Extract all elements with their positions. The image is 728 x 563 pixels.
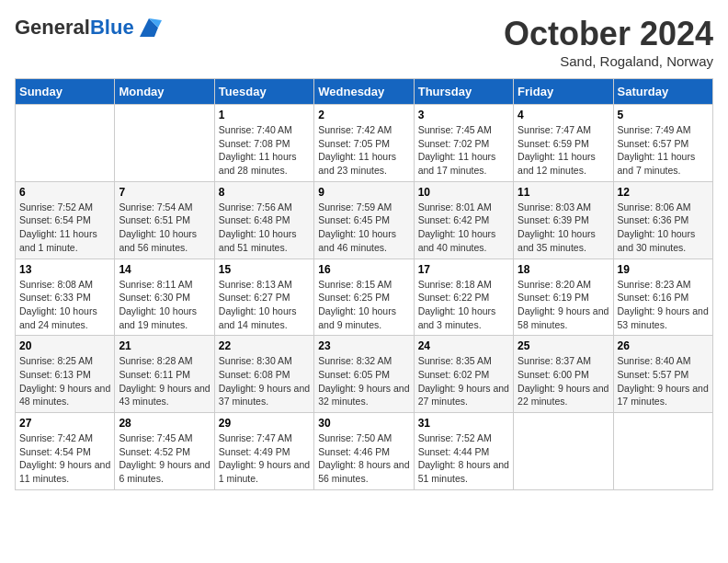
weekday-header-tuesday: Tuesday xyxy=(214,79,313,105)
day-cell: 6Sunrise: 7:52 AMSunset: 6:54 PMDaylight… xyxy=(16,181,115,259)
weekday-header-monday: Monday xyxy=(115,79,214,105)
day-number: 23 xyxy=(318,339,409,352)
weekday-header-sunday: Sunday xyxy=(16,79,115,105)
day-number: 26 xyxy=(618,339,709,352)
day-cell: 31Sunrise: 7:52 AMSunset: 4:44 PMDayligh… xyxy=(414,413,513,490)
day-cell: 10Sunrise: 8:01 AMSunset: 6:42 PMDayligh… xyxy=(414,181,513,259)
day-cell: 12Sunrise: 8:06 AMSunset: 6:36 PMDayligh… xyxy=(613,181,712,259)
day-cell: 24Sunrise: 8:35 AMSunset: 6:02 PMDayligh… xyxy=(414,336,513,413)
day-number: 12 xyxy=(618,186,709,199)
day-number: 24 xyxy=(418,339,509,352)
day-cell: 17Sunrise: 8:18 AMSunset: 6:22 PMDayligh… xyxy=(414,259,513,336)
day-info: Sunrise: 8:06 AMSunset: 6:36 PMDaylight:… xyxy=(618,201,709,255)
day-cell: 4Sunrise: 7:47 AMSunset: 6:59 PMDaylight… xyxy=(514,105,613,182)
title-block: October 2024 Sand, Rogaland, Norway xyxy=(504,15,713,69)
day-number: 31 xyxy=(418,417,509,430)
day-number: 3 xyxy=(418,109,509,121)
day-cell: 27Sunrise: 7:42 AMSunset: 4:54 PMDayligh… xyxy=(16,413,115,490)
day-info: Sunrise: 7:40 AMSunset: 7:08 PMDaylight:… xyxy=(219,123,310,178)
day-number: 22 xyxy=(219,339,310,352)
day-info: Sunrise: 7:45 AMSunset: 7:02 PMDaylight:… xyxy=(418,123,509,178)
day-number: 10 xyxy=(418,186,509,199)
day-number: 2 xyxy=(318,109,409,121)
day-info: Sunrise: 8:13 AMSunset: 6:27 PMDaylight:… xyxy=(219,278,310,332)
day-info: Sunrise: 7:59 AMSunset: 6:45 PMDaylight:… xyxy=(318,201,409,255)
day-info: Sunrise: 8:40 AMSunset: 5:57 PMDaylight:… xyxy=(618,354,709,408)
day-cell xyxy=(514,413,613,490)
day-cell: 18Sunrise: 8:20 AMSunset: 6:19 PMDayligh… xyxy=(514,259,613,336)
day-info: Sunrise: 8:03 AMSunset: 6:39 PMDaylight:… xyxy=(518,201,609,255)
calendar-table: SundayMondayTuesdayWednesdayThursdayFrid… xyxy=(15,78,713,490)
weekday-header-row: SundayMondayTuesdayWednesdayThursdayFrid… xyxy=(16,79,713,105)
day-cell: 29Sunrise: 7:47 AMSunset: 4:49 PMDayligh… xyxy=(214,413,313,490)
day-number: 7 xyxy=(119,186,210,199)
day-cell xyxy=(115,105,214,182)
day-info: Sunrise: 8:30 AMSunset: 6:08 PMDaylight:… xyxy=(219,354,310,408)
day-number: 18 xyxy=(518,263,609,276)
day-number: 11 xyxy=(518,186,609,199)
day-info: Sunrise: 7:52 AMSunset: 6:54 PMDaylight:… xyxy=(19,201,110,255)
day-number: 4 xyxy=(518,109,609,121)
logo: GeneralBlue xyxy=(15,15,162,40)
day-info: Sunrise: 8:35 AMSunset: 6:02 PMDaylight:… xyxy=(418,354,509,408)
day-cell: 26Sunrise: 8:40 AMSunset: 5:57 PMDayligh… xyxy=(613,336,712,413)
day-info: Sunrise: 8:28 AMSunset: 6:11 PMDaylight:… xyxy=(119,354,210,408)
day-number: 9 xyxy=(318,186,409,199)
day-number: 5 xyxy=(618,109,709,121)
day-info: Sunrise: 7:42 AMSunset: 4:54 PMDaylight:… xyxy=(19,431,110,486)
day-cell: 14Sunrise: 8:11 AMSunset: 6:30 PMDayligh… xyxy=(115,259,214,336)
day-info: Sunrise: 8:18 AMSunset: 6:22 PMDaylight:… xyxy=(418,278,509,332)
week-row-1: 1Sunrise: 7:40 AMSunset: 7:08 PMDaylight… xyxy=(16,105,713,182)
day-number: 17 xyxy=(418,263,509,276)
location: Sand, Rogaland, Norway xyxy=(504,53,713,69)
logo-text: GeneralBlue xyxy=(15,17,134,39)
day-info: Sunrise: 7:45 AMSunset: 4:52 PMDaylight:… xyxy=(119,431,210,486)
day-info: Sunrise: 7:42 AMSunset: 7:05 PMDaylight:… xyxy=(318,123,409,178)
weekday-header-thursday: Thursday xyxy=(414,79,513,105)
day-info: Sunrise: 7:47 AMSunset: 6:59 PMDaylight:… xyxy=(518,123,609,178)
day-info: Sunrise: 8:20 AMSunset: 6:19 PMDaylight:… xyxy=(518,278,609,332)
week-row-4: 20Sunrise: 8:25 AMSunset: 6:13 PMDayligh… xyxy=(16,336,713,413)
week-row-5: 27Sunrise: 7:42 AMSunset: 4:54 PMDayligh… xyxy=(16,413,713,490)
day-info: Sunrise: 8:23 AMSunset: 6:16 PMDaylight:… xyxy=(618,278,709,332)
day-info: Sunrise: 8:37 AMSunset: 6:00 PMDaylight:… xyxy=(518,354,609,408)
day-info: Sunrise: 8:25 AMSunset: 6:13 PMDaylight:… xyxy=(19,354,110,408)
day-info: Sunrise: 7:47 AMSunset: 4:49 PMDaylight:… xyxy=(219,431,310,486)
day-number: 8 xyxy=(219,186,310,199)
day-cell: 16Sunrise: 8:15 AMSunset: 6:25 PMDayligh… xyxy=(314,259,414,336)
day-cell: 5Sunrise: 7:49 AMSunset: 6:57 PMDaylight… xyxy=(613,105,712,182)
day-number: 27 xyxy=(19,417,110,430)
day-cell: 11Sunrise: 8:03 AMSunset: 6:39 PMDayligh… xyxy=(514,181,613,259)
day-number: 29 xyxy=(219,417,310,430)
day-cell: 23Sunrise: 8:32 AMSunset: 6:05 PMDayligh… xyxy=(314,336,414,413)
day-cell: 3Sunrise: 7:45 AMSunset: 7:02 PMDaylight… xyxy=(414,105,513,182)
day-number: 28 xyxy=(119,417,210,430)
day-number: 15 xyxy=(219,263,310,276)
day-number: 16 xyxy=(318,263,409,276)
week-row-2: 6Sunrise: 7:52 AMSunset: 6:54 PMDaylight… xyxy=(16,181,713,259)
day-cell: 9Sunrise: 7:59 AMSunset: 6:45 PMDaylight… xyxy=(314,181,414,259)
day-number: 14 xyxy=(119,263,210,276)
day-cell: 25Sunrise: 8:37 AMSunset: 6:00 PMDayligh… xyxy=(514,336,613,413)
day-cell: 15Sunrise: 8:13 AMSunset: 6:27 PMDayligh… xyxy=(214,259,313,336)
weekday-header-wednesday: Wednesday xyxy=(314,79,414,105)
day-info: Sunrise: 8:01 AMSunset: 6:42 PMDaylight:… xyxy=(418,201,509,255)
day-number: 6 xyxy=(19,186,110,199)
day-info: Sunrise: 7:52 AMSunset: 4:44 PMDaylight:… xyxy=(418,431,509,486)
day-info: Sunrise: 7:49 AMSunset: 6:57 PMDaylight:… xyxy=(618,123,709,178)
day-cell: 21Sunrise: 8:28 AMSunset: 6:11 PMDayligh… xyxy=(115,336,214,413)
day-cell: 8Sunrise: 7:56 AMSunset: 6:48 PMDaylight… xyxy=(214,181,313,259)
day-info: Sunrise: 8:11 AMSunset: 6:30 PMDaylight:… xyxy=(119,278,210,332)
day-number: 13 xyxy=(19,263,110,276)
day-cell: 7Sunrise: 7:54 AMSunset: 6:51 PMDaylight… xyxy=(115,181,214,259)
day-cell: 20Sunrise: 8:25 AMSunset: 6:13 PMDayligh… xyxy=(16,336,115,413)
month-title: October 2024 xyxy=(504,15,713,53)
day-cell xyxy=(16,105,115,182)
week-row-3: 13Sunrise: 8:08 AMSunset: 6:33 PMDayligh… xyxy=(16,259,713,336)
day-cell: 28Sunrise: 7:45 AMSunset: 4:52 PMDayligh… xyxy=(115,413,214,490)
day-number: 19 xyxy=(618,263,709,276)
day-info: Sunrise: 8:15 AMSunset: 6:25 PMDaylight:… xyxy=(318,278,409,332)
page-header: GeneralBlue October 2024 Sand, Rogaland,… xyxy=(15,15,713,69)
logo-icon xyxy=(136,15,162,40)
day-info: Sunrise: 8:08 AMSunset: 6:33 PMDaylight:… xyxy=(19,278,110,332)
